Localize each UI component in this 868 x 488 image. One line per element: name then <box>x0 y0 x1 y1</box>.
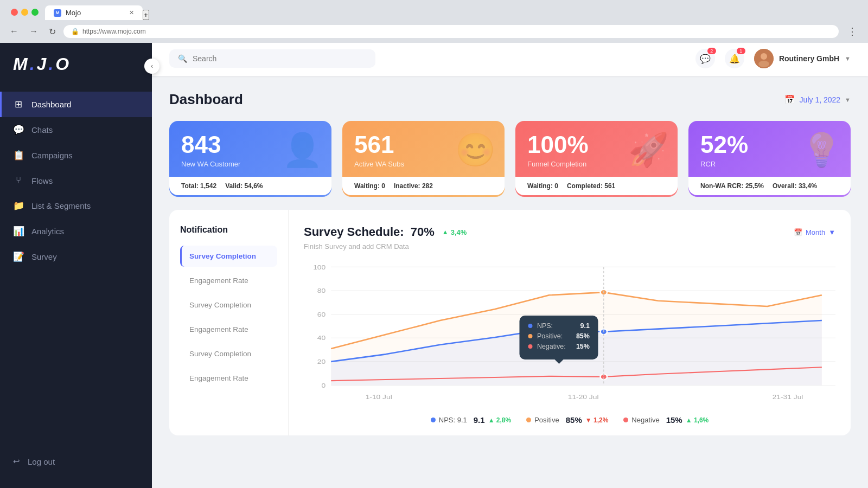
sidebar-item-survey[interactable]: 📝 Survey <box>0 244 152 269</box>
sidebar-item-list-segments[interactable]: 📁 List & Segments <box>0 193 152 219</box>
nav-menu: ⊞ Dashboard 💬 Chats 📋 Campaigns ⑂ Flows … <box>0 92 152 448</box>
chart-section: Notification Survey Completion Engagemen… <box>169 210 851 435</box>
footer-val: 0 <box>554 182 558 190</box>
sidebar-item-dashboard[interactable]: ⊞ Dashboard <box>0 92 152 117</box>
stat-card-footer-1: Waiting: 0 Inactive: 282 <box>342 177 505 195</box>
notification-item-5[interactable]: Engagement Rate <box>180 368 277 389</box>
sidebar-item-label: Dashboard <box>31 100 71 109</box>
bell-notification-button[interactable]: 🔔 1 <box>725 49 744 68</box>
svg-text:60: 60 <box>317 311 326 318</box>
notification-item-2[interactable]: Survey Completion <box>180 294 277 316</box>
logo: M.J.O <box>0 54 152 92</box>
calendar-icon: 📅 <box>784 94 795 105</box>
svg-text:0: 0 <box>322 382 326 389</box>
sidebar-item-label: Analytics <box>31 227 64 236</box>
browser-menu-button[interactable]: ⋮ <box>843 23 861 40</box>
date-label: July 1, 2022 <box>800 95 841 104</box>
legend-dot-positive <box>526 418 531 422</box>
forward-button[interactable]: → <box>26 24 41 38</box>
footer-valid: Valid: 54,6% <box>225 182 263 190</box>
notification-title: Notification <box>180 225 277 235</box>
notification-item-4[interactable]: Survey Completion <box>180 343 277 364</box>
legend-item-negative: Negative 15% ▲ 1,6% <box>623 415 709 425</box>
stat-card-footer-0: Total: 1,542 Valid: 54,6% <box>169 177 331 195</box>
bell-icon: 🔔 <box>729 54 740 64</box>
tab-close-button[interactable]: ✕ <box>129 9 134 16</box>
svg-text:100: 100 <box>313 264 326 271</box>
sidebar-item-campaigns[interactable]: 📋 Campaigns <box>0 143 152 168</box>
url-text: https://www.mojo.com <box>82 28 146 35</box>
back-button[interactable]: ← <box>7 24 22 38</box>
svg-point-2 <box>758 61 769 67</box>
survey-icon: 📝 <box>13 251 24 262</box>
search-input[interactable] <box>193 54 367 63</box>
sidebar-item-analytics[interactable]: 📊 Analytics <box>0 219 152 244</box>
svg-text:21-31 Jul: 21-31 Jul <box>773 394 803 401</box>
legend-positive-label: Positive <box>534 416 559 424</box>
legend-dot-negative <box>623 418 628 422</box>
stat-cards-grid: 843 New WA Customer 👤 Total: 1,542 Valid… <box>169 121 851 197</box>
legend-positive-change: ▼ 1,2% <box>585 416 609 424</box>
chats-icon: 💬 <box>13 124 24 136</box>
dashboard-header: Dashboard 📅 July 1, 2022 ▼ <box>169 91 851 108</box>
logo-text: M.J.O <box>13 54 139 74</box>
stat-icon-funnel-completion: 🚀 <box>628 131 669 169</box>
date-selector-button[interactable]: 📅 July 1, 2022 ▼ <box>784 94 851 105</box>
calendar-filter-icon: 📅 <box>794 228 802 236</box>
svg-point-1 <box>761 53 767 60</box>
user-name-label: Routinery GmbH <box>779 54 839 63</box>
footer-non-wa-rcr: Non-WA RCR: 25,5% <box>700 182 764 190</box>
logout-icon: ↩ <box>13 457 20 466</box>
user-menu[interactable]: Routinery GmbH ▼ <box>754 49 851 68</box>
avatar <box>754 49 774 68</box>
footer-overall: Overall: 33,4% <box>773 182 817 190</box>
sidebar-item-chats[interactable]: 💬 Chats <box>0 117 152 143</box>
sidebar-item-flows[interactable]: ⑂ Flows <box>0 168 152 193</box>
browser-tab[interactable]: M Mojo ✕ <box>45 5 143 20</box>
page-title: Dashboard <box>169 91 243 108</box>
logout-label: Log out <box>28 457 55 466</box>
sidebar-toggle-button[interactable]: ‹ <box>144 59 159 74</box>
chevron-down-icon: ▼ <box>845 55 851 62</box>
svg-text:20: 20 <box>317 358 326 365</box>
stat-card-footer-2: Waiting: 0 Completed: 561 <box>515 177 678 195</box>
footer-val: 0 <box>381 182 385 190</box>
search-bar[interactable]: 🔍 <box>169 49 375 68</box>
footer-val: 25,5% <box>745 182 764 190</box>
stat-card-footer-3: Non-WA RCR: 25,5% Overall: 33,4% <box>688 177 851 195</box>
chat-icon: 💬 <box>700 54 711 64</box>
sidebar-item-label: Flows <box>31 176 53 185</box>
chart-canvas: NPS: 9.1 Positive: 85% Negative: <box>304 261 835 408</box>
stat-icon-rcr: 💡 <box>801 131 842 169</box>
legend-negative-change: ▲ 1,6% <box>686 416 709 424</box>
dashboard: Dashboard 📅 July 1, 2022 ▼ 843 New WA Cu… <box>152 76 868 488</box>
footer-val: 54,6% <box>244 182 263 190</box>
traffic-light-red[interactable] <box>11 9 18 16</box>
legend-item-positive: Positive 85% ▼ 1,2% <box>526 415 608 425</box>
chat-notification-button[interactable]: 💬 2 <box>695 49 715 68</box>
chart-title: Survey Schedule: 70% <box>304 225 435 239</box>
chat-badge: 2 <box>707 48 716 54</box>
traffic-light-yellow[interactable] <box>21 9 28 16</box>
svg-text:80: 80 <box>317 287 326 294</box>
notification-sidebar: Notification Survey Completion Engagemen… <box>169 210 289 435</box>
footer-val: 282 <box>422 182 433 190</box>
topbar-right: 💬 2 🔔 1 Routinery GmbH ▼ <box>695 49 851 68</box>
tab-label: Mojo <box>66 9 81 17</box>
footer-key: Total: <box>181 182 200 190</box>
flows-icon: ⑂ <box>13 175 24 186</box>
stat-card-active-wa-subs: 561 Active WA Subs 😊 Waiting: 0 Inactive… <box>342 121 505 197</box>
notification-item-3[interactable]: Engagement Rate <box>180 319 277 340</box>
sidebar: ‹ M.J.O ⊞ Dashboard 💬 Chats 📋 Campaigns … <box>0 41 152 488</box>
notification-item-0[interactable]: Survey Completion <box>180 246 277 267</box>
new-tab-button[interactable]: + <box>143 10 149 20</box>
logout-button[interactable]: ↩ Log out <box>13 457 139 466</box>
stat-icon-new-wa-customer: 👤 <box>282 131 323 169</box>
stat-card-new-wa-customer: 843 New WA Customer 👤 Total: 1,542 Valid… <box>169 121 331 197</box>
reload-button[interactable]: ↻ <box>46 24 59 39</box>
notification-item-1[interactable]: Engagement Rate <box>180 270 277 291</box>
chart-filter-button[interactable]: 📅 Month ▼ <box>794 228 835 236</box>
traffic-light-green[interactable] <box>31 9 39 16</box>
stat-card-rcr: 52% RCR 💡 Non-WA RCR: 25,5% Overall: 33,… <box>688 121 851 197</box>
address-bar[interactable]: 🔒 https://www.mojo.com <box>63 25 839 38</box>
